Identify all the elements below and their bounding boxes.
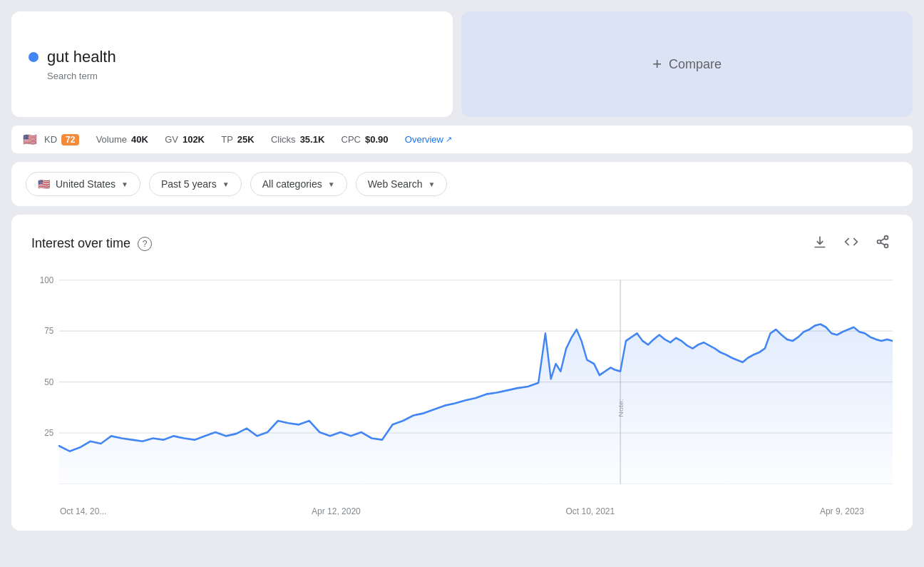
clicks-label: Clicks bbox=[271, 134, 296, 145]
location-label: United States bbox=[56, 178, 115, 190]
volume-value: 40K bbox=[131, 134, 148, 145]
svg-text:25: 25 bbox=[44, 428, 53, 439]
categories-filter[interactable]: All categories ▼ bbox=[250, 172, 347, 196]
chart-area: 100 75 50 25 Note: bbox=[31, 272, 893, 501]
svg-point-1 bbox=[878, 240, 881, 244]
x-label-4: Apr 9, 2023 bbox=[820, 506, 864, 516]
chart-card: Interest over time ? bbox=[11, 215, 913, 531]
compare-label: Compare bbox=[669, 57, 722, 72]
compare-plus-icon: + bbox=[652, 55, 662, 73]
metrics-bar: 🇺🇸 KD 72 Volume 40K GV 102K TP 25K Click… bbox=[11, 126, 913, 153]
flag-small-icon: 🇺🇸 bbox=[38, 178, 50, 190]
clicks-value: 35.1K bbox=[300, 134, 325, 145]
search-term-title: gut health bbox=[47, 48, 116, 66]
embed-button[interactable] bbox=[841, 232, 861, 255]
search-type-filter[interactable]: Web Search ▼ bbox=[356, 172, 448, 196]
interest-chart: 100 75 50 25 Note: bbox=[31, 272, 893, 501]
term-color-dot bbox=[29, 52, 38, 62]
time-range-filter[interactable]: Past 5 years ▼ bbox=[149, 172, 242, 196]
cpc-label: CPC bbox=[342, 134, 361, 145]
svg-text:75: 75 bbox=[44, 326, 53, 337]
location-filter[interactable]: 🇺🇸 United States ▼ bbox=[26, 172, 140, 196]
x-label-1: Oct 14, 20... bbox=[60, 506, 106, 516]
x-label-2: Apr 12, 2020 bbox=[312, 506, 361, 516]
overview-link[interactable]: Overview ↗ bbox=[405, 134, 452, 145]
filters-bar: 🇺🇸 United States ▼ Past 5 years ▼ All ca… bbox=[11, 162, 913, 206]
help-icon[interactable]: ? bbox=[138, 237, 152, 251]
svg-point-2 bbox=[885, 244, 888, 247]
svg-text:50: 50 bbox=[44, 377, 53, 387]
external-link-icon: ↗ bbox=[446, 135, 452, 144]
time-range-chevron-icon: ▼ bbox=[222, 180, 230, 188]
gv-value: 102K bbox=[183, 134, 205, 145]
chart-actions bbox=[810, 232, 893, 255]
download-button[interactable] bbox=[810, 232, 830, 255]
svg-point-0 bbox=[885, 236, 888, 240]
svg-marker-16 bbox=[59, 325, 893, 484]
chart-header: Interest over time ? bbox=[31, 232, 893, 255]
tp-value: 25K bbox=[237, 134, 255, 145]
search-term-subtitle: Search term bbox=[47, 71, 436, 81]
volume-label: Volume bbox=[96, 134, 127, 145]
time-range-label: Past 5 years bbox=[161, 178, 217, 190]
search-type-chevron-icon: ▼ bbox=[428, 180, 435, 188]
tp-label: TP bbox=[221, 134, 233, 145]
categories-chevron-icon: ▼ bbox=[328, 180, 335, 188]
x-label-3: Oct 10, 2021 bbox=[566, 506, 615, 516]
kd-badge: 72 bbox=[61, 134, 79, 145]
flag-icon: 🇺🇸 bbox=[23, 133, 37, 146]
svg-line-3 bbox=[881, 242, 885, 245]
chart-title: Interest over time bbox=[31, 236, 130, 251]
compare-card[interactable]: + Compare bbox=[461, 11, 913, 117]
share-button[interactable] bbox=[873, 232, 893, 255]
svg-text:100: 100 bbox=[40, 275, 54, 285]
svg-line-4 bbox=[881, 238, 885, 240]
location-chevron-icon: ▼ bbox=[121, 180, 128, 188]
search-term-card: gut health Search term bbox=[11, 11, 453, 117]
cpc-value: $0.90 bbox=[365, 134, 389, 145]
chart-title-group: Interest over time ? bbox=[31, 236, 152, 251]
categories-label: All categories bbox=[262, 178, 322, 190]
chart-x-labels: Oct 14, 20... Apr 12, 2020 Oct 10, 2021 … bbox=[31, 501, 893, 516]
kd-label: KD bbox=[44, 134, 57, 145]
gv-label: GV bbox=[165, 134, 178, 145]
search-type-label: Web Search bbox=[368, 178, 423, 190]
